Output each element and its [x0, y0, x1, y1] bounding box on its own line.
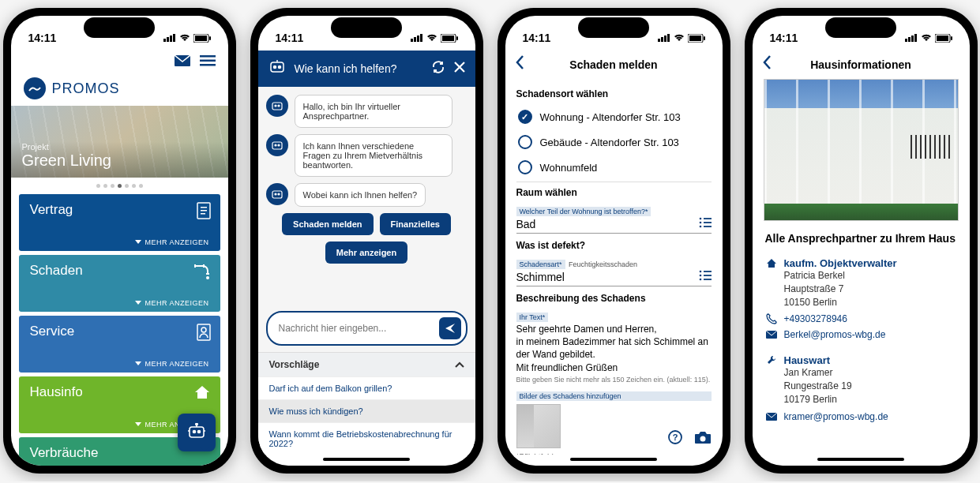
svg-rect-22	[411, 39, 413, 42]
hero-title: Green Living	[22, 152, 217, 170]
svg-point-34	[278, 105, 280, 107]
svg-rect-28	[456, 36, 458, 40]
chat-text-field[interactable]	[279, 323, 439, 334]
send-button[interactable]	[439, 317, 461, 339]
tile-vertrag[interactable]: Vertrag MEHR ANZEIGEN	[19, 194, 220, 251]
contact-email[interactable]: Berkel@promos-wbg.de	[765, 329, 957, 340]
nav-header: Schaden melden	[505, 51, 723, 79]
mail-icon[interactable]	[175, 55, 190, 69]
home-icon	[193, 384, 211, 403]
phone-home: 14:11 PROMOS	[3, 8, 236, 474]
svg-rect-44	[667, 34, 670, 42]
suggestions-header[interactable]: Vorschläge	[258, 353, 475, 376]
status-time: 14:11	[276, 32, 304, 44]
svg-rect-43	[664, 36, 666, 42]
tile-service[interactable]: Service MEHR ANZEIGEN	[19, 316, 220, 373]
svg-rect-6	[209, 36, 211, 40]
brand-logo	[24, 77, 46, 99]
brand-row: PROMOS	[11, 74, 228, 106]
tile-more[interactable]: MEHR ANZEIGEN	[30, 299, 209, 307]
contacts-heading: Alle Ansprechpartner zu Ihrem Haus	[753, 229, 970, 251]
chat-input[interactable]	[266, 311, 467, 346]
svg-text:?: ?	[672, 432, 678, 442]
svg-point-17	[201, 328, 206, 332]
contact-phone[interactable]: +49303278946	[765, 313, 957, 324]
list-icon	[699, 217, 712, 231]
back-button[interactable]	[515, 54, 524, 75]
svg-rect-23	[414, 37, 416, 42]
defect-select[interactable]: Schadensart* Feuchtigkeitsschaden Schimm…	[516, 256, 712, 286]
svg-point-19	[193, 431, 195, 433]
suggestion-item[interactable]: Wann kommt die Betriebskostenabrechnung …	[258, 422, 475, 455]
tile-more[interactable]: MEHR ANZEIGEN	[30, 360, 209, 368]
svg-rect-65	[911, 36, 914, 42]
svg-point-21	[195, 423, 197, 425]
chip-schaden[interactable]: Schaden melden	[282, 213, 373, 235]
section-defect: Was ist defekt?	[516, 240, 712, 251]
svg-point-50	[699, 222, 701, 224]
svg-rect-42	[661, 37, 663, 42]
svg-rect-3	[173, 34, 175, 42]
carousel-dots[interactable]	[11, 178, 228, 194]
help-icon[interactable]: ?	[667, 429, 683, 448]
chip-finanz[interactable]: Finanzielles	[380, 213, 451, 235]
contact-card: Hauswart Jan Kramer Rungestraße 19 10179…	[753, 348, 970, 429]
svg-rect-14	[201, 213, 205, 215]
svg-rect-9	[200, 60, 216, 62]
close-icon[interactable]	[453, 61, 466, 77]
svg-rect-63	[905, 39, 907, 42]
svg-point-52	[699, 226, 701, 228]
bot-avatar-icon	[266, 95, 288, 117]
menu-icon[interactable]	[200, 55, 216, 69]
svg-point-54	[699, 271, 701, 273]
svg-rect-25	[420, 34, 422, 42]
refresh-icon[interactable]	[431, 60, 445, 77]
svg-point-15	[206, 276, 209, 279]
contact-email[interactable]: kramer@promos-wbg.de	[765, 411, 957, 422]
svg-point-30	[273, 66, 276, 69]
svg-point-62	[700, 436, 705, 441]
back-button[interactable]	[762, 54, 772, 75]
svg-rect-32	[272, 103, 282, 110]
svg-point-20	[197, 431, 200, 433]
phone-icon	[765, 313, 778, 324]
status-icons	[905, 34, 952, 43]
room-select[interactable]: Welcher Teil der Wohnung ist betroffen?*…	[516, 203, 712, 234]
chip-more[interactable]: Mehr anzeigen	[325, 242, 407, 264]
section-location: Schadensort wählen	[516, 88, 712, 99]
hero-banner[interactable]: Projekt Green Living	[11, 106, 228, 178]
bot-avatar-icon	[266, 183, 288, 205]
tile-schaden[interactable]: Schaden MEHR ANZEIGEN	[19, 255, 220, 312]
svg-rect-5	[195, 36, 207, 41]
contact-icon	[197, 324, 211, 344]
status-time: 14:11	[28, 32, 57, 44]
status-time: 14:11	[770, 32, 798, 44]
camera-icon[interactable]	[694, 430, 712, 447]
phone-chat: 14:11 Wie kann ich helfen?	[250, 8, 483, 474]
svg-rect-66	[914, 34, 917, 42]
suggestion-item[interactable]: Darf ich auf dem Balkon grillen?	[258, 376, 475, 399]
status-icons	[163, 34, 211, 43]
radio-wohnung[interactable]: Wohnung - Altendorfer Str. 103	[516, 104, 712, 129]
suggestion-item[interactable]: Wie muss ich kündigen?	[258, 399, 475, 422]
radio-wohnumfeld[interactable]: Wohnumfeld	[516, 155, 712, 180]
hero-subtitle: Projekt	[22, 142, 217, 152]
svg-rect-35	[272, 142, 282, 149]
home-icon	[765, 258, 778, 268]
svg-rect-2	[170, 36, 172, 42]
chatbot-fab[interactable]	[178, 414, 216, 451]
radio-icon	[518, 135, 532, 149]
svg-point-33	[275, 105, 276, 107]
house-photo	[764, 79, 959, 221]
svg-rect-18	[190, 427, 204, 437]
section-desc: Beschreibung des Schadens	[516, 293, 712, 304]
svg-rect-38	[272, 191, 282, 198]
svg-rect-0	[163, 39, 166, 42]
pipe-icon	[193, 263, 211, 283]
svg-rect-68	[937, 36, 948, 41]
desc-textarea[interactable]: Ihr Text* Sehr geehrte Damen und Herren,…	[516, 309, 712, 385]
tile-more[interactable]: MEHR ANZEIGEN	[30, 238, 209, 246]
chevron-up-icon	[455, 359, 464, 370]
radio-gebaeude[interactable]: Gebäude - Altendorfer Str. 103	[516, 129, 712, 155]
damage-photo-thumb[interactable]	[516, 404, 561, 448]
